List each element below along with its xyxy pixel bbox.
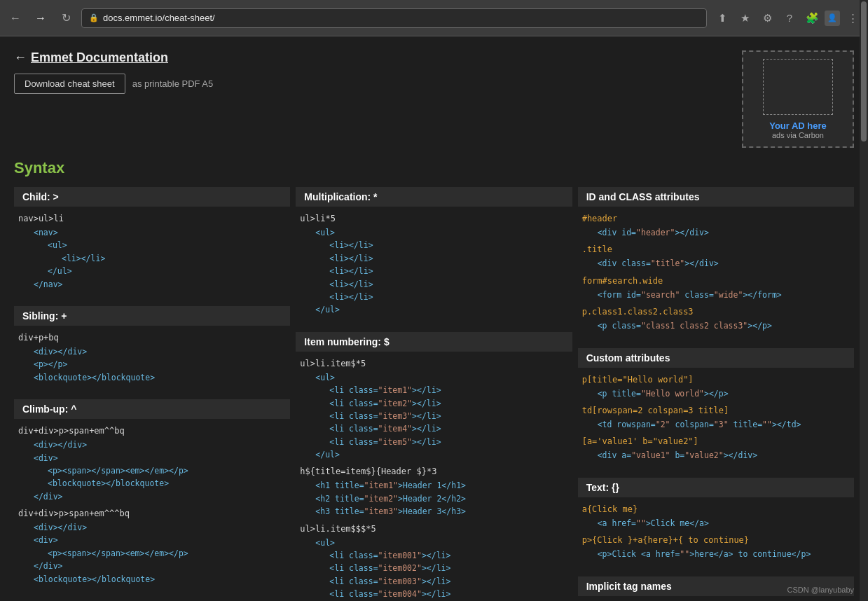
code-line: <h3 title="item3">Header 3</h3>: [301, 505, 569, 518]
syntax-heading: Syntax: [14, 159, 854, 177]
code-line: <td rowspan="2" colspan="3" title=""></t…: [584, 418, 851, 431]
code-line: <a href="">Click me</a>: [584, 517, 851, 530]
code-line: <p>Click <a href="">here</a> to continue…: [584, 548, 851, 560]
bookmark-button[interactable]: ★: [735, 8, 755, 28]
text-code1: <a href="">Click me</a>: [581, 517, 851, 530]
code-line: <div class="title"></div>: [584, 257, 851, 270]
id-class-abbr4: p.class1.class2.class3: [581, 307, 851, 317]
url-text: docs.emmet.io/cheat-sheet/: [103, 13, 215, 23]
share-button[interactable]: ⬆: [712, 8, 732, 28]
text-abbr1: a{Click me}: [581, 504, 851, 514]
code-line: <li></li>: [301, 278, 569, 291]
climbup-header: Climb-up: ^: [14, 399, 290, 419]
id-class-code3: <form id="search" class="wide"></form>: [581, 289, 851, 301]
scrollbar-thumb[interactable]: [861, 1, 867, 141]
id-class-content: #header <div id="header"></div> .title <…: [578, 211, 854, 341]
forward-button[interactable]: →: [31, 8, 50, 28]
csdn-credit: CSDN @lanyubaby: [787, 586, 854, 594]
extension-button[interactable]: ⚙: [757, 8, 777, 28]
code-line: <p class="class1 class2 class3"></p>: [584, 319, 851, 332]
climbup-code1: <div></div> <div> <p><span></span><em></…: [17, 438, 287, 503]
custom-attr-code1: <p title="Hello world"></p>: [581, 387, 851, 400]
site-title: Emmet Documentation: [31, 50, 168, 65]
item-numbering-content: ul>li.item$*5 <ul> <li class="item1"></l…: [296, 356, 572, 601]
multiplication-code: <ul> <li></li> <li></li> <li></li> <li><…: [298, 226, 569, 317]
code-line: <h1 title="item1">Header 1</h1>: [301, 479, 569, 492]
code-line: <div>: [20, 452, 287, 464]
custom-attr-abbr1: p[title="Hello world"]: [581, 375, 851, 385]
sibling-content: div+p+bq <div></div> <p></p> <blockquote…: [14, 330, 290, 392]
item-numbering-header: Item numbering: $: [296, 332, 572, 352]
code-line: <nav>: [20, 226, 287, 239]
code-line: <h2 title="item2">Header 2</h2>: [301, 492, 569, 505]
column-1: Child: > nav>ul>li <nav> <ul> <li></li> …: [14, 187, 290, 601]
custom-attr-code3: <div a="value1" b="value2"></div>: [581, 449, 851, 462]
user-ext-icon[interactable]: 👤: [825, 11, 840, 26]
sibling-header: Sibling: +: [14, 306, 290, 326]
code-line: <li class="item004"></li>: [301, 588, 569, 600]
refresh-button[interactable]: ↻: [56, 8, 76, 28]
back-to-docs-link[interactable]: ← Emmet Documentation: [14, 50, 213, 65]
text-section-header: Text: {}: [578, 478, 854, 497]
code-line: <li></li>: [301, 265, 569, 277]
id-class-code2: <div class="title"></div>: [581, 257, 851, 270]
climbup-section: Climb-up: ^ div+div>p>span+em^^bq <div><…: [14, 399, 290, 594]
id-class-abbr3: form#search.wide: [581, 276, 851, 286]
header-download-row: Download cheat sheet as printable PDF A5: [14, 74, 213, 94]
code-line: <p><span></span><em></em></p>: [20, 464, 287, 477]
code-line: <li class="item2"></li>: [301, 397, 569, 410]
page-header: ← Emmet Documentation Download cheat she…: [14, 50, 854, 148]
help-button[interactable]: ?: [780, 8, 799, 28]
browser-chrome: ← → ↻ 🔒 docs.emmet.io/cheat-sheet/ ⬆ ★ ⚙…: [0, 0, 868, 36]
download-cheatsheet-button[interactable]: Download cheat sheet: [14, 74, 125, 94]
code-line: <blockquote></blockquote>: [20, 573, 287, 586]
id-class-code4: <p class="class1 class2 class3"></p>: [581, 319, 851, 332]
code-line: <p title="Hello world"></p>: [584, 387, 851, 400]
code-line: <ul>: [301, 537, 569, 549]
header-left: ← Emmet Documentation Download cheat she…: [14, 50, 213, 94]
custom-attr-content: p[title="Hello world"] <p title="Hello w…: [578, 372, 854, 471]
printable-label: as printable PDF A5: [132, 78, 214, 89]
item-numbering-code2: <h1 title="item1">Header 1</h1> <h2 titl…: [298, 479, 569, 518]
scrollbar-track[interactable]: [860, 0, 868, 601]
back-arrow-icon: ←: [14, 50, 27, 65]
item-numbering-abbr2: h${title=item$}{Header $}*3: [298, 467, 569, 476]
code-line: <li class="item4"></li>: [301, 422, 569, 435]
lock-icon: 🔒: [89, 13, 99, 22]
code-line: <li></li>: [20, 252, 287, 265]
custom-attr-abbr3: [a='value1' b="value2"]: [581, 436, 851, 446]
code-line: </ul>: [301, 448, 569, 461]
code-line: <div a="value1" b="value2"></div>: [584, 449, 851, 462]
code-line: </nav>: [20, 278, 287, 291]
code-line: <ul>: [301, 371, 569, 384]
code-line: </div>: [20, 560, 287, 572]
code-line: <li></li>: [301, 239, 569, 251]
item-numbering-abbr3: ul>li.item$$$*5: [298, 524, 569, 534]
id-class-section: ID and CLASS attributes #header <div id=…: [578, 187, 854, 341]
code-line: </ul>: [301, 303, 569, 316]
code-line: <blockquote></blockquote>: [20, 371, 287, 384]
code-line: </ul>: [20, 265, 287, 277]
child-code: <nav> <ul> <li></li> </ul> </nav>: [17, 226, 287, 291]
climbup-abbr1: div+div>p>span+em^^bq: [17, 426, 287, 436]
page-wrapper: ← → ↻ 🔒 docs.emmet.io/cheat-sheet/ ⬆ ★ ⚙…: [0, 0, 868, 601]
item-numbering-section: Item numbering: $ ul>li.item$*5 <ul> <li…: [296, 332, 572, 601]
child-header: Child: >: [14, 187, 290, 207]
id-class-abbr1: #header: [581, 214, 851, 223]
custom-attr-section: Custom attributes p[title="Hello world"]…: [578, 348, 854, 471]
main-columns: Child: > nav>ul>li <nav> <ul> <li></li> …: [14, 187, 854, 601]
address-bar[interactable]: 🔒 docs.emmet.io/cheat-sheet/: [81, 8, 707, 28]
multiplication-abbr: ul>li*5: [298, 214, 569, 223]
code-line: <div>: [20, 534, 287, 546]
custom-attr-abbr2: td[rowspan=2 colspan=3 title]: [581, 406, 851, 415]
text-code2: <p>Click <a href="">here</a> to continue…: [581, 548, 851, 560]
code-line: <li class="item003"></li>: [301, 575, 569, 588]
code-line: <li></li>: [301, 291, 569, 303]
extensions-puzzle-button[interactable]: 🧩: [802, 8, 822, 28]
item-numbering-abbr1: ul>li.item$*5: [298, 359, 569, 368]
back-button[interactable]: ←: [6, 8, 25, 28]
column-2: Multiplication: * ul>li*5 <ul> <li></li>…: [296, 187, 572, 601]
code-line: <p></p>: [20, 358, 287, 371]
page-content: ← Emmet Documentation Download cheat she…: [0, 36, 868, 601]
multiplication-header: Multiplication: *: [296, 187, 572, 207]
